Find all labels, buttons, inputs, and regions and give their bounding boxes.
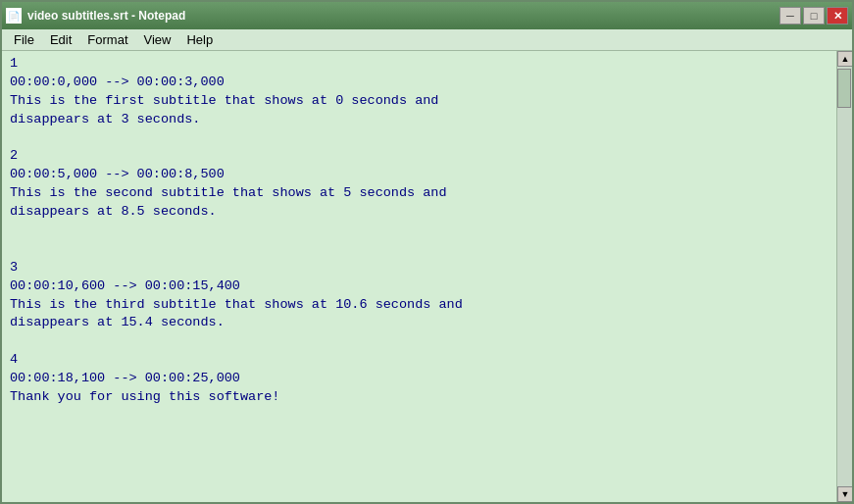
minimize-button[interactable]: ─ bbox=[779, 7, 801, 25]
maximize-button[interactable]: □ bbox=[803, 7, 825, 25]
window-title: video subtitles.srt - Notepad bbox=[27, 9, 185, 23]
title-bar: 📄 video subtitles.srt - Notepad ─ □ ✕ bbox=[2, 2, 852, 29]
menu-help[interactable]: Help bbox=[178, 30, 221, 49]
title-bar-left: 📄 video subtitles.srt - Notepad bbox=[6, 8, 185, 24]
text-editor[interactable]: 1 00:00:0,000 --> 00:00:3,000 This is th… bbox=[2, 51, 836, 502]
menu-edit[interactable]: Edit bbox=[42, 30, 79, 49]
close-button[interactable]: ✕ bbox=[827, 7, 848, 25]
menu-format[interactable]: Format bbox=[79, 30, 135, 49]
title-bar-buttons: ─ □ ✕ bbox=[779, 7, 848, 25]
scroll-thumb[interactable] bbox=[837, 69, 851, 108]
scroll-up-button[interactable]: ▲ bbox=[837, 51, 852, 67]
menu-file[interactable]: File bbox=[6, 30, 42, 49]
menu-bar: File Edit Format View Help bbox=[2, 29, 852, 51]
scroll-track[interactable] bbox=[837, 67, 852, 486]
content-area: 1 00:00:0,000 --> 00:00:3,000 This is th… bbox=[2, 51, 852, 502]
scroll-down-button[interactable]: ▼ bbox=[837, 486, 852, 502]
notepad-window: 📄 video subtitles.srt - Notepad ─ □ ✕ Fi… bbox=[0, 0, 854, 504]
scrollbar: ▲ ▼ bbox=[836, 51, 852, 502]
app-icon: 📄 bbox=[6, 8, 22, 24]
menu-view[interactable]: View bbox=[136, 30, 179, 49]
